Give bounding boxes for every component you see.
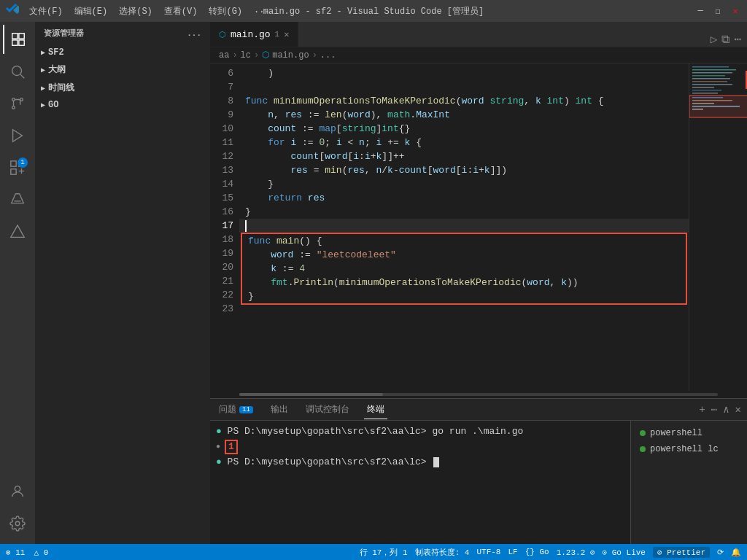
svg-rect-30: [692, 97, 723, 98]
code-line-14: }: [239, 177, 689, 191]
run-button[interactable]: ▷: [711, 32, 718, 47]
more-actions-button[interactable]: ⋯: [734, 32, 741, 47]
menu-goto[interactable]: 转到(G): [204, 4, 247, 19]
panel-tab-output[interactable]: 输出: [268, 400, 291, 419]
code-line-23: [239, 305, 689, 319]
cursor-position: 行 17，列 1: [360, 547, 408, 558]
minimap-visual: [689, 63, 747, 391]
terminal-sidebar: powershell powershell lc: [630, 421, 747, 544]
activity-settings[interactable]: [3, 509, 32, 538]
window-controls: — ☐ ✕: [694, 5, 741, 17]
breadcrumb-sep3: ›: [312, 50, 317, 61]
code-line-13: res = min(res, n/k-count[word[i:i+k]]): [239, 163, 689, 177]
activity-test[interactable]: [3, 185, 32, 214]
code-line-10: count := map[string]int{}: [239, 122, 689, 136]
extensions-badge: 1: [18, 158, 28, 168]
panel-more-button[interactable]: ⋯: [711, 403, 717, 416]
problems-badge: 11: [239, 406, 253, 413]
code-content[interactable]: ) func minimumOperationsToMakeKPeriodic(…: [239, 63, 689, 391]
sidebar-item-outline[interactable]: ▶ 大纲: [35, 61, 210, 79]
breadcrumb-sep1: ›: [232, 50, 237, 61]
split-editor-button[interactable]: ⧉: [721, 33, 729, 47]
activity-debug[interactable]: [3, 121, 32, 150]
horizontal-scrollbar[interactable]: [210, 391, 747, 398]
status-sync[interactable]: ⟳: [717, 547, 724, 558]
sidebar-item-go[interactable]: ▶ GO: [35, 97, 210, 113]
menu-view[interactable]: 查看(V): [160, 4, 202, 19]
main-container: 1: [0, 22, 747, 544]
go-live-label: ⊙ Go Live: [603, 548, 646, 557]
panel-tab-terminal[interactable]: 终端: [364, 400, 387, 419]
activity-search[interactable]: [3, 57, 32, 86]
status-line-ending[interactable]: LF: [508, 547, 517, 558]
status-go-version[interactable]: 1.23.2 ⊘: [557, 547, 595, 558]
menu-select[interactable]: 选择(S): [115, 4, 157, 19]
sidebar-item-sf2[interactable]: ▶ SF2: [35, 44, 210, 61]
tab-size-label: 制表符长度: 4: [415, 547, 470, 558]
panel-close-button[interactable]: ✕: [735, 403, 741, 416]
terminal-item-powershell-lc[interactable]: powershell lc: [631, 441, 747, 457]
terminal-active-dot: [640, 430, 646, 436]
status-language[interactable]: {} Go: [525, 547, 549, 558]
breadcrumb-more[interactable]: ...: [320, 50, 336, 61]
maximize-button[interactable]: ☐: [712, 5, 724, 17]
sidebar-sf2-label: SF2: [48, 47, 64, 58]
chevron-right-icon: ▶: [41, 48, 45, 57]
menu-edit[interactable]: 编辑(E): [70, 4, 112, 19]
close-button[interactable]: ✕: [729, 5, 741, 17]
panel-tab-debug[interactable]: 调试控制台: [303, 400, 352, 419]
activity-account[interactable]: [3, 477, 32, 506]
terminal-active-dot-2: [640, 446, 646, 452]
sidebar-timeline-label: 时间线: [48, 82, 74, 94]
breadcrumb-lc[interactable]: lc: [241, 50, 251, 61]
svg-marker-15: [11, 225, 24, 238]
tab-close-button[interactable]: ✕: [284, 29, 289, 40]
svg-rect-31: [692, 100, 732, 101]
activity-bar-bottom: [3, 477, 32, 544]
sidebar-outline-label: 大纲: [48, 63, 66, 76]
sidebar-more-button[interactable]: ...: [187, 29, 201, 38]
menu-file[interactable]: 文件(F): [25, 4, 67, 19]
activity-remote[interactable]: [3, 217, 32, 246]
activity-git[interactable]: [3, 89, 32, 118]
status-bar: ⊗ 11 △ 0 行 17，列 1 制表符长度: 4 UTF-8 LF {} G…: [0, 544, 747, 560]
svg-rect-2: [12, 40, 18, 45]
terminal-output[interactable]: ● PS D:\mysetup\gopath\src\sf2\aa\lc> go…: [210, 421, 630, 544]
status-right: 行 17，列 1 制表符长度: 4 UTF-8 LF {} Go 1.23.2 …: [360, 547, 741, 558]
panel-maximize-button[interactable]: ∧: [723, 403, 729, 416]
status-warnings[interactable]: △ 0: [34, 548, 48, 557]
terminal-command-1: PS D:\mysetup\gopath\src\sf2\aa\lc> go r…: [228, 426, 524, 437]
status-encoding[interactable]: UTF-8: [476, 547, 500, 558]
status-bell[interactable]: 🔔: [731, 547, 741, 558]
terminal-output-indicator: ●: [216, 440, 220, 454]
minimize-button[interactable]: —: [694, 5, 706, 17]
terminal-item-powershell[interactable]: powershell: [631, 425, 747, 441]
svg-rect-32: [692, 103, 714, 104]
chevron-right-icon: ▶: [41, 66, 45, 74]
status-errors[interactable]: ⊗ 11: [6, 548, 25, 557]
status-position[interactable]: 行 17，列 1: [360, 547, 408, 558]
tab-main-go[interactable]: ⬡ main.go 1 ✕: [210, 22, 298, 47]
activity-extensions[interactable]: 1: [3, 153, 32, 182]
status-prettier[interactable]: ⊘ Prettier: [653, 547, 710, 558]
panel-tab-problems[interactable]: 问题 11: [216, 400, 256, 419]
breadcrumb: aa › lc › ⬡ main.go › ...: [210, 47, 747, 63]
activity-explorer[interactable]: [3, 25, 32, 54]
activity-bar: 1: [0, 22, 35, 544]
sidebar-go-label: GO: [48, 100, 58, 110]
svg-line-5: [20, 74, 24, 78]
breadcrumb-aa[interactable]: aa: [219, 50, 229, 61]
sidebar-item-timeline[interactable]: ▶ 时间线: [35, 79, 210, 97]
minimap: [689, 63, 747, 391]
svg-rect-22: [692, 75, 725, 77]
breadcrumb-filename[interactable]: main.go: [272, 50, 309, 61]
svg-rect-3: [19, 40, 24, 45]
code-line-12: count[word[i:i+k]]++: [239, 149, 689, 163]
terminal-prompt-2: ●: [216, 456, 228, 467]
panel-tabs: 问题 11 输出 调试控制台 终端 + ⋯ ∧ ✕: [210, 399, 747, 421]
svg-rect-28: [692, 93, 718, 94]
panel-add-button[interactable]: +: [699, 404, 705, 416]
svg-rect-20: [692, 69, 736, 71]
status-go-live[interactable]: ⊙ Go Live: [603, 547, 646, 558]
status-tab-size[interactable]: 制表符长度: 4: [415, 547, 470, 558]
